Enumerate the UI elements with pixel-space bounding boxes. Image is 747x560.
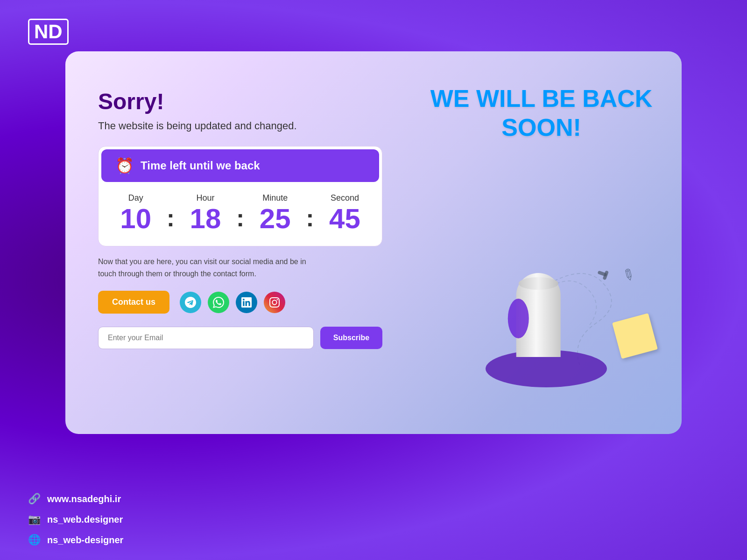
countdown-header-text: Time left until we back: [141, 159, 260, 172]
time-unit-hour: Hour 18: [190, 193, 221, 233]
email-input[interactable]: [98, 327, 314, 349]
whatsapp-icon[interactable]: [208, 292, 229, 313]
illustration: ✎: [410, 247, 682, 415]
cursor-arrow-icon: ✎: [619, 264, 638, 286]
footer-portfolio: 🌐 ns_web-designer: [28, 534, 123, 546]
footer-website: 🔗 www.nsadeghi.ir: [28, 493, 123, 505]
minute-value: 25: [260, 205, 291, 233]
social-icons: [180, 292, 285, 313]
email-row: Subscribe: [98, 327, 382, 349]
footer-website-text: www.nsadeghi.ir: [47, 494, 121, 504]
svg-rect-1: [603, 270, 609, 280]
logo-text: ND: [34, 21, 63, 42]
telegram-icon[interactable]: [180, 292, 201, 313]
back-soon-text: WE WILL BE BACK SOON!: [420, 84, 663, 142]
sorry-title: Sorry!: [98, 89, 382, 114]
main-card: Sorry! The website is being updated and …: [65, 51, 682, 434]
logo: ND: [28, 19, 69, 45]
footer-instagram-text: ns_web.designer: [47, 514, 123, 525]
right-panel: WE WILL BE BACK SOON!: [410, 51, 682, 434]
separator-3: :: [306, 204, 314, 232]
tube-illustration: [516, 273, 561, 376]
separator-2: :: [236, 204, 244, 232]
second-value: 45: [329, 205, 360, 233]
second-label: Second: [331, 193, 359, 203]
linkedin-icon[interactable]: [236, 292, 257, 313]
day-label: Day: [128, 193, 143, 203]
footer-portfolio-text: ns_web-designer: [47, 535, 123, 546]
social-text: Now that you are here, you can visit our…: [98, 256, 322, 280]
time-unit-day: Day 10: [120, 193, 151, 233]
countdown-header: ⏰ Time left until we back: [101, 149, 379, 182]
time-unit-minute: Minute 25: [260, 193, 291, 233]
instagram-icon[interactable]: [264, 292, 285, 313]
minute-label: Minute: [262, 193, 288, 203]
day-value: 10: [120, 205, 151, 233]
countdown-body: Day 10 : Hour 18 : Minute 25 : Second 45: [99, 185, 382, 246]
footer-instagram: 📷 ns_web.designer: [28, 513, 123, 525]
hour-value: 18: [190, 205, 221, 233]
sticky-note: [612, 313, 658, 359]
left-panel: Sorry! The website is being updated and …: [65, 51, 410, 434]
time-unit-second: Second 45: [329, 193, 360, 233]
subtitle: The website is being updated and changed…: [98, 120, 382, 132]
contact-button[interactable]: Contact us: [98, 291, 169, 314]
separator-1: :: [167, 204, 175, 232]
subscribe-button[interactable]: Subscribe: [320, 327, 382, 349]
clock-emoji: ⏰: [115, 157, 134, 175]
hour-label: Hour: [196, 193, 214, 203]
svg-rect-0: [598, 271, 607, 277]
footer: 🔗 www.nsadeghi.ir 📷 ns_web.designer 🌐 ns…: [28, 493, 123, 546]
buttons-row: Contact us: [98, 291, 382, 314]
instagram-footer-icon: 📷: [28, 513, 41, 525]
countdown-container: ⏰ Time left until we back Day 10 : Hour …: [98, 146, 382, 246]
portfolio-footer-icon: 🌐: [28, 534, 41, 546]
link-icon: 🔗: [28, 493, 41, 505]
